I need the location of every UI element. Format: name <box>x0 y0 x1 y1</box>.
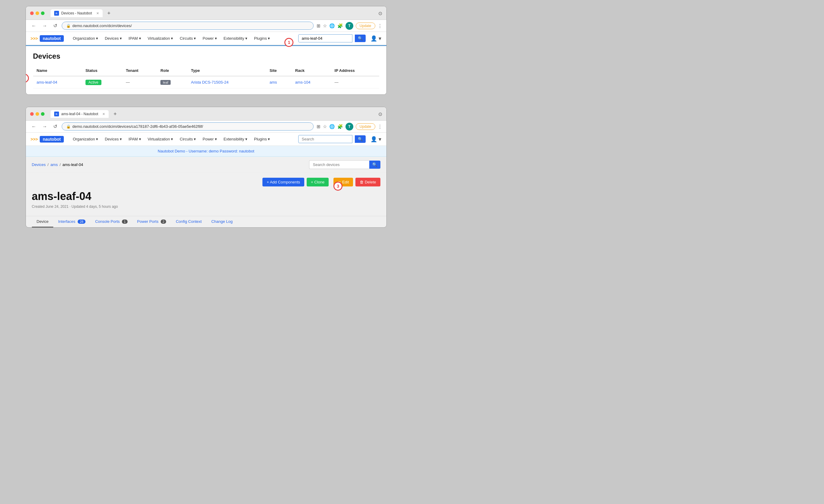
update-button-1[interactable]: Update <box>356 22 375 29</box>
device-actions: + Add Components + Clone 3 ✏ Edit 🗑 Dele… <box>32 178 381 186</box>
refresh-button-2[interactable]: ↺ <box>52 123 59 130</box>
breadcrumb-devices[interactable]: Devices <box>32 162 46 167</box>
table-row: ams-leaf-04 Active — leaf Arista DCS-715… <box>33 76 379 89</box>
nav-menu-2: Organization ▾ Devices ▾ IPAM ▾ Virtuali… <box>70 135 273 143</box>
avatar-1[interactable]: T <box>345 22 353 30</box>
nav-search-button-1[interactable]: 🔍 <box>355 34 366 42</box>
col-status: Status <box>82 65 122 76</box>
tab-console-ports[interactable]: Console Ports 1 <box>90 216 132 227</box>
nav-virtualization-1[interactable]: Virtualization ▾ <box>145 34 176 42</box>
user-menu-icon-1[interactable]: 👤 ▾ <box>371 35 381 42</box>
nav-search-button-2[interactable]: 🔍 <box>355 135 366 143</box>
nav-power-1[interactable]: Power ▾ <box>200 34 220 42</box>
delete-button[interactable]: 🗑 Delete <box>355 178 380 186</box>
browser-tab-2[interactable]: n ams-leaf-04 - Nautobot ✕ <box>50 110 109 118</box>
clone-button[interactable]: + Clone <box>307 178 329 186</box>
type-link[interactable]: Arista DCS-7150S-24 <box>191 80 229 85</box>
url-bar-2[interactable]: 🔒 demo.nautobot.com/dcim/devices/ca17818… <box>62 122 314 130</box>
interfaces-badge: 28 <box>78 220 86 224</box>
breadcrumb: Devices / ams / ams-leaf-04 <box>32 162 83 167</box>
grid-icon-2[interactable]: ⊞ <box>317 124 320 129</box>
nautobot-logo-2: >>> nautobot <box>31 136 64 142</box>
menu-icon-1[interactable]: ⋮ <box>378 23 382 28</box>
maximize-dot[interactable] <box>41 11 44 15</box>
minimize-dot-2[interactable] <box>35 112 39 116</box>
nautobot-logo-1: >>> nautobot <box>31 35 64 42</box>
nav-extensibility-1[interactable]: Extensibility ▾ <box>221 34 250 42</box>
nav-plugins-1[interactable]: Plugins ▾ <box>251 34 273 42</box>
tab-interfaces[interactable]: Interfaces 28 <box>53 216 90 227</box>
nav-power-2[interactable]: Power ▾ <box>200 135 220 143</box>
tab-close-2[interactable]: ✕ <box>102 112 105 116</box>
nav-extensibility-2[interactable]: Extensibility ▾ <box>221 135 250 143</box>
refresh-button-1[interactable]: ↺ <box>52 22 59 29</box>
grid-icon-1[interactable]: ⊞ <box>317 23 320 28</box>
window-controls-2 <box>30 112 44 116</box>
avatar-2[interactable]: T <box>345 123 353 130</box>
nav-circuits-1[interactable]: Circuits ▾ <box>177 34 199 42</box>
search-devices-button[interactable]: 🔍 <box>369 160 381 169</box>
page-content-1: Devices 2 Name Status Tenant Role <box>26 46 387 95</box>
browser-window-2: n ams-leaf-04 - Nautobot ✕ + ⊙ ← → ↺ 🔒 d… <box>25 107 387 234</box>
console-ports-badge: 1 <box>122 220 127 224</box>
nav-devices-1[interactable]: Devices ▾ <box>102 34 125 42</box>
new-tab-button-2[interactable]: + <box>113 111 117 117</box>
back-button-2[interactable]: ← <box>30 123 38 130</box>
device-name-link[interactable]: ams-leaf-04 <box>37 80 58 85</box>
browser-action-icons-1: ⊞ ☆ 🌐 🧩 T Update ⋮ <box>317 22 382 30</box>
search-devices-input[interactable] <box>309 160 369 169</box>
logo-arrows-1: >>> <box>31 36 38 41</box>
update-button-2[interactable]: Update <box>356 123 375 130</box>
nav-circuits-2[interactable]: Circuits ▾ <box>177 135 199 143</box>
new-tab-button-1[interactable]: + <box>107 10 111 16</box>
rack-link[interactable]: ams-104 <box>295 80 311 85</box>
translate-icon-2[interactable]: 🌐 <box>329 124 335 129</box>
breadcrumb-bar: Devices / ams / ams-leaf-04 🔍 <box>26 157 387 173</box>
nav-virtualization-2[interactable]: Virtualization ▾ <box>145 135 176 143</box>
back-button-1[interactable]: ← <box>30 22 38 29</box>
nav-plugins-2[interactable]: Plugins ▾ <box>251 135 273 143</box>
translate-icon-1[interactable]: 🌐 <box>329 23 335 28</box>
nav-ipam-2[interactable]: IPAM ▾ <box>125 135 144 143</box>
tab-power-ports[interactable]: Power Ports 2 <box>132 216 171 227</box>
site-link[interactable]: ams <box>270 80 277 85</box>
user-menu-icon-2[interactable]: 👤 ▾ <box>371 136 381 142</box>
lock-icon-2: 🔒 <box>66 125 71 129</box>
forward-button-1[interactable]: → <box>41 22 49 29</box>
menu-icon-2[interactable]: ⋮ <box>378 124 382 129</box>
logo-badge-1[interactable]: nautobot <box>40 35 64 42</box>
nav-search-area-2: 🔍 👤 ▾ <box>298 135 381 143</box>
page-title-1: Devices <box>33 52 379 60</box>
tab-close-1[interactable]: ✕ <box>96 11 99 15</box>
col-ip-address: IP Address <box>331 65 379 76</box>
device-header: + Add Components + Clone 3 ✏ Edit 🗑 Dele… <box>26 173 387 216</box>
tab-favicon-1: n <box>54 11 59 16</box>
nav-organization-1[interactable]: Organization ▾ <box>70 34 101 42</box>
nav-search-input-1[interactable] <box>298 34 352 42</box>
extension-icon-1[interactable]: 🧩 <box>337 23 343 28</box>
url-bar-1[interactable]: 🔒 demo.nautobot.com/dcim/devices/ <box>62 22 314 30</box>
nav-organization-2[interactable]: Organization ▾ <box>70 135 101 143</box>
nav-devices-2[interactable]: Devices ▾ <box>102 135 125 143</box>
tab-device[interactable]: Device <box>32 216 54 227</box>
logo-badge-2[interactable]: nautobot <box>40 136 64 142</box>
add-components-button[interactable]: + Add Components <box>263 178 304 186</box>
titlebar-2: n ams-leaf-04 - Nautobot ✕ + ⊙ <box>26 107 387 121</box>
tab-config-context[interactable]: Config Context <box>171 216 206 227</box>
close-dot-2[interactable] <box>30 112 34 116</box>
tab-change-log[interactable]: Change Log <box>206 216 237 227</box>
minimize-dot[interactable] <box>35 11 39 15</box>
close-dot[interactable] <box>30 11 34 15</box>
nav-ipam-1[interactable]: IPAM ▾ <box>125 34 144 42</box>
nav-search-input-2[interactable] <box>298 135 352 143</box>
col-role: Role <box>157 65 187 76</box>
browser-tab-1[interactable]: n Devices - Nautobot ✕ <box>50 9 103 17</box>
breadcrumb-ams[interactable]: ams <box>50 162 58 167</box>
forward-button-2[interactable]: → <box>41 123 49 130</box>
maximize-dot-2[interactable] <box>41 112 44 116</box>
tab-title-2: ams-leaf-04 - Nautobot <box>62 112 98 116</box>
star-icon-2[interactable]: ☆ <box>323 124 327 129</box>
star-icon-1[interactable]: ☆ <box>323 23 327 28</box>
devices-table-container: 2 Name Status Tenant Role Type Site Ra <box>33 65 379 89</box>
extension-icon-2[interactable]: 🧩 <box>337 124 343 129</box>
